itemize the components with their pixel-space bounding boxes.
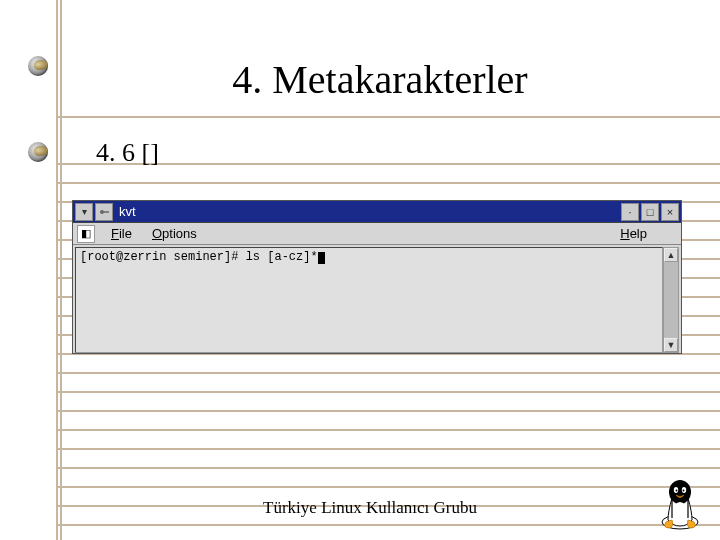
slide-title: 4. Metakarakterler xyxy=(100,56,660,103)
scrollbar[interactable]: ▲ ▼ xyxy=(663,247,679,353)
svg-point-0 xyxy=(100,210,104,214)
slide-subheading: 4. 6 [] xyxy=(96,138,159,168)
maximize-button[interactable]: □ xyxy=(641,203,659,221)
terminal-window: ▾ kvt · □ × ◧ File Options Help [root@ze… xyxy=(72,200,682,354)
ruled-line xyxy=(56,429,720,431)
menubar: ◧ File Options Help xyxy=(73,223,681,245)
terminal-output[interactable]: [root@zerrin seminer]# ls [a-cz]* xyxy=(75,247,663,353)
ruled-line xyxy=(56,391,720,393)
margin-line-1 xyxy=(56,0,58,540)
window-titlebar[interactable]: ▾ kvt · □ × xyxy=(73,201,681,223)
iconify-button[interactable]: · xyxy=(621,203,639,221)
window-title: kvt xyxy=(119,204,136,219)
footer-text: Türkiye Linux Kullanıcı Grubu xyxy=(100,498,640,518)
ruled-line xyxy=(56,116,720,118)
ruled-line xyxy=(56,486,720,488)
ruled-line xyxy=(56,410,720,412)
scroll-track[interactable] xyxy=(664,262,678,338)
ruled-line xyxy=(56,182,720,184)
system-menu-icon[interactable]: ▾ xyxy=(75,203,93,221)
close-button[interactable]: × xyxy=(661,203,679,221)
menu-options[interactable]: Options xyxy=(152,226,197,241)
tux-logo-icon xyxy=(658,478,702,530)
ruled-line xyxy=(56,372,720,374)
menu-help[interactable]: Help xyxy=(620,226,647,241)
menu-file[interactable]: File xyxy=(111,226,132,241)
svg-point-5 xyxy=(676,490,678,492)
terminal-line: [root@zerrin seminer]# ls [a-cz]* xyxy=(80,250,318,264)
cursor-icon xyxy=(318,252,325,264)
svg-point-7 xyxy=(673,502,687,522)
ruled-line xyxy=(56,448,720,450)
svg-point-6 xyxy=(683,490,685,492)
pin-icon[interactable] xyxy=(95,203,113,221)
scroll-down-icon[interactable]: ▼ xyxy=(664,338,678,352)
ruled-line xyxy=(56,524,720,526)
scroll-up-icon[interactable]: ▲ xyxy=(664,248,678,262)
bullet-decor xyxy=(28,142,48,162)
ruled-line xyxy=(56,467,720,469)
bullet-decor xyxy=(28,56,48,76)
margin-line-2 xyxy=(60,0,62,540)
app-icon[interactable]: ◧ xyxy=(77,225,95,243)
